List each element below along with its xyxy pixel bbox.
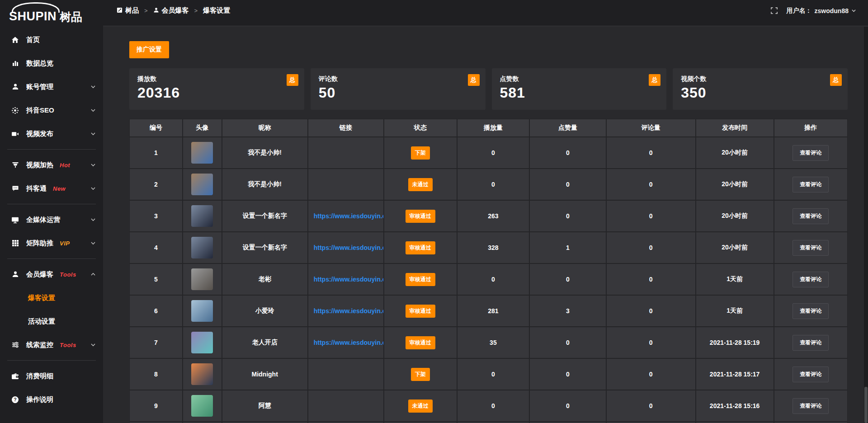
fullscreen-icon[interactable] [771, 7, 778, 14]
video-link[interactable]: https://www.iesdouyin.c [314, 212, 383, 220]
cell-nickname: 阿慧 [222, 390, 307, 421]
column-header-nickname: 昵称 [222, 119, 307, 136]
cell-nickname: 小爱玲 [222, 296, 307, 326]
sidebar-item-badge: New [53, 185, 66, 192]
cell-time: 20小时前 [696, 169, 774, 200]
sidebar-divider [7, 258, 96, 259]
sidebar-item-clue-monitor[interactable]: 线索监控Tools [0, 333, 103, 357]
svg-text:?: ? [14, 397, 16, 402]
cell-action: 查看评论 [774, 327, 847, 358]
sidebar-item-label: 消费明细 [26, 372, 53, 381]
view-comments-button[interactable]: 查看评论 [793, 303, 829, 319]
sidebar-item-consumption-detail[interactable]: 消费明细 [0, 364, 103, 388]
status-badge: 审核通过 [406, 336, 435, 349]
sidebar-item-operation-guide[interactable]: ?操作说明 [0, 388, 103, 411]
avatar [191, 300, 213, 322]
cell-link [308, 390, 383, 421]
cell-likes: 0 [530, 359, 606, 390]
sidebar-item-badge: Tools [60, 342, 76, 348]
sidebar-item-matrix-boost[interactable]: 矩阵助推VIP [0, 231, 103, 255]
video-link[interactable]: https://www.iesdouyin.c [314, 244, 383, 251]
cell-avatar [183, 296, 222, 326]
cell-comments: 0 [607, 137, 695, 168]
stat-card: 视频个数350总 [673, 68, 848, 110]
question-circle-icon: ? [11, 396, 19, 404]
view-comments-button[interactable]: 查看评论 [793, 145, 829, 161]
breadcrumb-item[interactable]: 会员爆客 [153, 6, 189, 15]
cell-comments: 0 [607, 169, 695, 200]
cell-action: 查看评论 [774, 264, 847, 295]
cell-nickname: Midnight [222, 359, 307, 390]
view-comments-button[interactable]: 查看评论 [793, 367, 829, 382]
projector-icon [11, 161, 19, 169]
sidebar-item-omni-media[interactable]: 全媒体运营 [0, 208, 103, 231]
cell-comments: 0 [607, 359, 695, 390]
status-badge: 未通过 [408, 400, 433, 413]
sidebar-item-video-publish[interactable]: 视频发布 [0, 122, 103, 146]
stat-total-badge: 总 [468, 74, 480, 86]
cell-likes: 1 [530, 232, 606, 263]
view-comments-button[interactable]: 查看评论 [793, 240, 829, 256]
sidebar-item-label: 视频发布 [26, 130, 53, 138]
cell-avatar [183, 232, 222, 263]
view-comments-button[interactable]: 查看评论 [793, 398, 829, 414]
cell-status: 审核通过 [384, 232, 457, 263]
cell-nickname: 我不是小帅! [222, 137, 307, 168]
cell-time: 20小时前 [696, 232, 774, 263]
breadcrumb-item[interactable]: 树品 [117, 6, 139, 15]
stat-label: 播放数 [137, 75, 296, 83]
sidebar-item-data-overview[interactable]: 数据总览 [0, 52, 103, 75]
logo: SHUPIN 树品 [0, 0, 103, 24]
video-link[interactable]: https://www.iesdouyin.c [314, 276, 383, 283]
scrollbar-thumb[interactable] [864, 387, 868, 423]
breadcrumb-item[interactable]: 爆客设置 [203, 6, 230, 15]
cell-nickname: 设置一个新名字 [222, 232, 307, 263]
view-comments-button[interactable]: 查看评论 [793, 208, 829, 224]
cell-nickname: 设置一个新名字 [222, 201, 307, 231]
cell-likes: 0 [530, 169, 606, 200]
sidebar-item-label: 抖客通 [26, 184, 47, 193]
sidebar-subitem-baoke-settings[interactable]: 爆客设置 [0, 286, 103, 310]
member-icon [153, 7, 159, 14]
cell-plays: 0 [458, 390, 529, 421]
promo-settings-button[interactable]: 推广设置 [129, 41, 169, 58]
view-comments-button[interactable]: 查看评论 [793, 335, 829, 351]
avatar [191, 268, 213, 290]
cell-plays: 281 [458, 296, 529, 326]
sidebar-item-home[interactable]: 首页 [0, 28, 103, 52]
cell-comments: 0 [607, 264, 695, 295]
logo-arc-decoration [12, 2, 60, 13]
cell-plays: 0 [458, 264, 529, 295]
sidebar-item-account-management[interactable]: 账号管理 [0, 75, 103, 99]
cell-status: 未通过 [384, 390, 457, 421]
sidebar-subitem-activity-settings[interactable]: 活动设置 [0, 310, 103, 333]
view-comments-button[interactable]: 查看评论 [793, 272, 829, 287]
cell-time: 20小时前 [696, 201, 774, 231]
avatar [191, 395, 213, 417]
chevron-down-icon [90, 131, 96, 136]
sidebar-item-douketong[interactable]: 抖客通New [0, 177, 103, 200]
videos-table: 编号头像昵称链接状态播放量点赞量评论量发布时间操作1我不是小帅!下架00020小… [129, 119, 848, 423]
cell-id: 8 [130, 359, 182, 390]
username-value: zswodun88 [815, 7, 849, 14]
username-menu[interactable]: 用户名：zswodun88 [787, 7, 856, 15]
status-badge: 下架 [411, 146, 430, 160]
sidebar-item-douyin-seo[interactable]: 抖音SEO [0, 99, 103, 122]
video-link[interactable]: https://www.iesdouyin.c [314, 339, 383, 346]
view-comments-button[interactable]: 查看评论 [793, 177, 829, 193]
cell-action: 查看评论 [774, 169, 847, 200]
sidebar-item-video-heat[interactable]: 视频加热Hot [0, 153, 103, 177]
sidebar-item-member-baoke[interactable]: 会员爆客Tools [0, 263, 103, 286]
cell-status: 审核通过 [384, 296, 457, 326]
scrollbar[interactable] [864, 27, 868, 423]
video-link[interactable]: https://www.iesdouyin.c [314, 307, 383, 315]
edit-square-icon [117, 7, 123, 14]
cell-comments: 0 [607, 296, 695, 326]
cell-likes: 0 [530, 264, 606, 295]
cell-avatar [183, 264, 222, 295]
stat-value: 50 [319, 85, 477, 101]
sidebar-divider [7, 360, 96, 361]
cell-nickname: 老人开店 [222, 327, 307, 358]
avatar [191, 174, 213, 195]
column-header-plays: 播放量 [458, 119, 529, 136]
